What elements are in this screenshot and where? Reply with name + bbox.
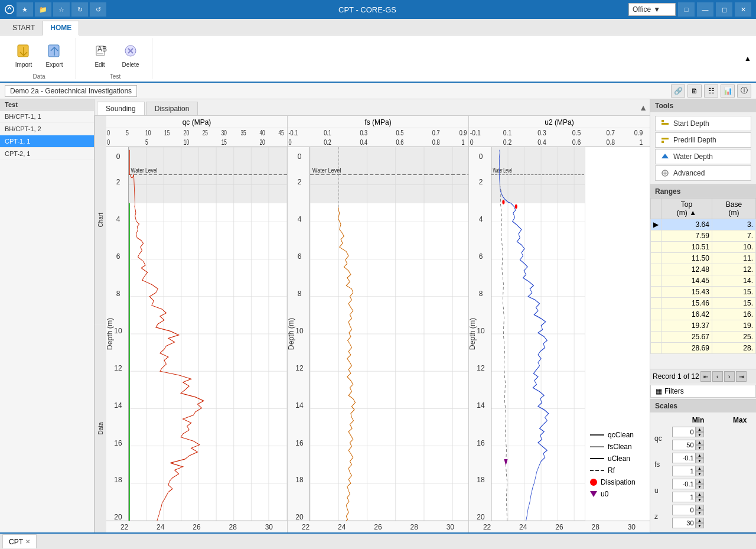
- svg-text:0.2: 0.2: [324, 138, 331, 146]
- scale-min-up-qc[interactable]: ▲: [696, 427, 704, 432]
- star-icon-btn[interactable]: ☆: [53, 2, 70, 17]
- ranges-row[interactable]: 16.42 16.: [651, 309, 756, 320]
- ranges-row[interactable]: 25.67 25.: [651, 332, 756, 343]
- scale-min-down-u[interactable]: ▼: [696, 484, 704, 489]
- info-icon-btn[interactable]: ⓘ: [737, 85, 751, 98]
- test-group-label: Test: [110, 73, 120, 81]
- sidebar-item-bhcpt11[interactable]: BH/CPT-1, 1: [0, 111, 94, 123]
- tab-home[interactable]: HOME: [43, 21, 79, 35]
- grid-icon-btn[interactable]: ☷: [704, 85, 718, 98]
- bookmark-icon-btn[interactable]: ★: [17, 2, 33, 17]
- qc-axis-svg: 0 5 10 15 20 25 30 35 40 45 0 5: [106, 128, 287, 147]
- row-arrow: [651, 230, 662, 242]
- scale-max-down-u[interactable]: ▼: [696, 497, 704, 502]
- row-arrow: [651, 253, 662, 264]
- scale-max-down-qc[interactable]: ▼: [696, 445, 704, 450]
- u2-chart-svg: Water Level: [491, 147, 585, 521]
- undo-icon-btn[interactable]: ↺: [90, 2, 106, 17]
- close-btn[interactable]: ✕: [735, 2, 751, 17]
- scale-max-up-z[interactable]: ▲: [696, 518, 704, 523]
- ranges-row[interactable]: 12.48 12.: [651, 264, 756, 275]
- scale-min-up-u[interactable]: ▲: [696, 479, 704, 484]
- scales-body: Min Max qc ▲ ▼ ▲ ▼ fs: [650, 412, 756, 532]
- row-top: 16.42: [662, 309, 712, 320]
- sidebar-item-cpt11[interactable]: CPT-1, 1: [0, 135, 94, 148]
- edit-icon: AB: [90, 41, 109, 60]
- chart-side-tab[interactable]: Chart: [94, 116, 106, 324]
- nav-last-btn[interactable]: ⇥: [736, 371, 747, 382]
- nav-first-btn[interactable]: ⇤: [700, 371, 711, 382]
- tab-start[interactable]: START: [5, 21, 43, 35]
- scale-min-input-u[interactable]: [672, 479, 696, 489]
- scale-min-down-qc[interactable]: ▼: [696, 432, 704, 437]
- qc-d22: 22: [120, 523, 128, 531]
- water-depth-btn[interactable]: Water Depth: [655, 149, 751, 164]
- ranges-row[interactable]: 14.45 14.: [651, 275, 756, 287]
- minimize-btn[interactable]: —: [697, 2, 713, 17]
- row-base: 11.: [712, 253, 755, 264]
- restore-btn[interactable]: ◻: [716, 2, 732, 17]
- u2-axis-svg: -0.1 0.1 0.3 0.5 0.7 0.9 0 0.2 0.4 0.6 0…: [469, 128, 650, 147]
- ranges-row[interactable]: 28.69 28.: [651, 343, 756, 354]
- scale-min-up-fs[interactable]: ▲: [696, 453, 704, 458]
- scale-min-input-fs[interactable]: [672, 453, 696, 463]
- folder-icon-btn[interactable]: 📁: [35, 2, 51, 17]
- scale-max-input-fs[interactable]: [672, 466, 696, 476]
- svg-text:0.8: 0.8: [607, 138, 615, 146]
- bottom-tab-cpt-close[interactable]: ✕: [25, 538, 30, 545]
- scale-max-input-z[interactable]: [672, 518, 696, 528]
- filters-btn[interactable]: ▦ Filters: [650, 385, 756, 398]
- import-button[interactable]: Import: [9, 38, 38, 72]
- ranges-row[interactable]: 15.43 15.: [651, 287, 756, 298]
- scale-min-input-qc[interactable]: [672, 427, 696, 437]
- scale-min-cell: ▲ ▼: [670, 477, 726, 490]
- start-depth-btn[interactable]: Start Depth: [655, 116, 751, 131]
- tab-dissipation[interactable]: Dissipation: [146, 102, 198, 115]
- ranges-row[interactable]: 11.50 11.: [651, 253, 756, 264]
- office-dropdown[interactable]: Office ▼: [628, 3, 676, 16]
- scale-min-up-z[interactable]: ▲: [696, 505, 704, 510]
- ranges-row[interactable]: ▶ 3.64 3.: [651, 219, 756, 230]
- link-icon-btn[interactable]: 🔗: [671, 85, 685, 98]
- copy-icon-btn[interactable]: 🗎: [687, 85, 702, 98]
- ranges-row[interactable]: 19.37 19.: [651, 320, 756, 332]
- edit-button[interactable]: AB Edit: [86, 38, 114, 72]
- nav-prev-btn[interactable]: ‹: [712, 371, 723, 382]
- ranges-row[interactable]: 10.51 10.: [651, 242, 756, 253]
- scale-min-down-fs[interactable]: ▼: [696, 458, 704, 463]
- nav-next-btn[interactable]: ›: [724, 371, 735, 382]
- scale-max-down-fs[interactable]: ▼: [696, 471, 704, 476]
- sidebar-item-cpt21[interactable]: CPT-2, 1: [0, 148, 94, 160]
- predrill-depth-btn[interactable]: Predrill Depth: [655, 132, 751, 148]
- svg-text:4: 4: [298, 215, 302, 223]
- scale-max-up-u[interactable]: ▲: [696, 492, 704, 497]
- scale-min-input-z[interactable]: [672, 505, 696, 515]
- scale-label-u: u: [653, 477, 670, 503]
- scale-max-input-qc[interactable]: [672, 440, 696, 450]
- delete-button[interactable]: Delete: [116, 38, 145, 72]
- data-side-tab[interactable]: Data: [94, 324, 106, 533]
- refresh-icon-btn[interactable]: ↻: [71, 2, 88, 17]
- ranges-row[interactable]: 7.59 7.: [651, 230, 756, 242]
- tab-sounding[interactable]: Sounding: [97, 102, 145, 115]
- advanced-btn[interactable]: Advanced: [655, 165, 751, 181]
- sidebar-item-bhcpt12[interactable]: BH/CPT-1, 2: [0, 123, 94, 135]
- tab-collapse-btn[interactable]: ▲: [639, 103, 647, 112]
- chart-icon-btn[interactable]: 📊: [721, 85, 735, 98]
- ranges-row[interactable]: 15.46 15.: [651, 298, 756, 309]
- svg-marker-157: [662, 154, 669, 158]
- scale-max-input-u[interactable]: [672, 492, 696, 502]
- scale-max-up-qc[interactable]: ▲: [696, 440, 704, 445]
- fullscreen-btn[interactable]: □: [678, 2, 695, 17]
- scale-max-up-fs[interactable]: ▲: [696, 466, 704, 471]
- scale-max-down-z[interactable]: ▼: [696, 523, 704, 528]
- svg-text:12: 12: [114, 364, 122, 372]
- bottom-tab-cpt[interactable]: CPT ✕: [2, 534, 37, 548]
- export-button[interactable]: Export: [40, 38, 69, 72]
- scale-min-down-z[interactable]: ▼: [696, 510, 704, 515]
- bottom-tab-bar: CPT ✕: [0, 532, 756, 549]
- svg-text:6: 6: [479, 252, 483, 260]
- row-base: 15.: [712, 287, 755, 298]
- sort-icon[interactable]: ▲: [689, 209, 696, 217]
- ribbon-collapse[interactable]: ▲: [744, 38, 751, 79]
